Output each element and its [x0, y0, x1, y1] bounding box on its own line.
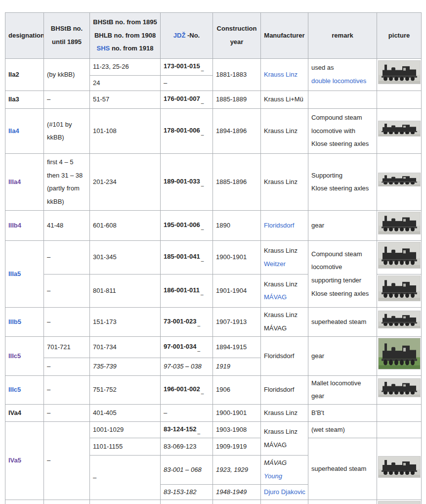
wiki-link[interactable]: IVa5: [8, 457, 21, 464]
cell-text: 51-57: [93, 95, 109, 103]
cell-line: Djuro Djakovic: [264, 486, 305, 499]
cell-line: Floridsdorf: [264, 383, 305, 397]
wiki-link[interactable]: MÁVAG: [264, 293, 287, 301]
locomotive-photo[interactable]: [378, 173, 421, 186]
cell-text: picture: [388, 32, 410, 39]
cell-text: _: [201, 66, 204, 71]
cell-construction-year: 1894-1915: [213, 337, 261, 358]
wiki-link[interactable]: IIIa4: [8, 178, 21, 185]
table-body: IIa2(by kkBB)11-23, 25-26173-001-015_188…: [5, 59, 422, 504]
locomotive-photo[interactable]: [378, 338, 421, 369]
cell-text: 1923, 1929: [216, 466, 248, 473]
cell-line: Manufacturer: [264, 29, 305, 43]
cell-text: locomotive with: [311, 127, 355, 135]
cell-text: 151-173: [93, 318, 117, 325]
cell-line: 97-035 – 038: [164, 360, 210, 373]
wiki-link[interactable]: IIIb4: [8, 222, 21, 229]
cell-text: superheated steam: [311, 318, 366, 325]
wiki-link[interactable]: IIIa5: [8, 270, 21, 277]
cell-line: BHStB no. from 1895: [93, 16, 157, 29]
cell-line: 735-739: [93, 360, 157, 373]
cell-text: Krauss Linz: [264, 280, 298, 288]
cell-line: 801-811: [93, 284, 157, 298]
cell-bhstb-until-1895: 701-721: [44, 337, 90, 358]
cell-designation: IIIb4: [5, 211, 44, 241]
wiki-link[interactable]: Djuro Djakovic: [264, 488, 305, 496]
cell-text: BHLB no. from 1908: [94, 32, 156, 39]
cell-line: Krauss Linz: [264, 407, 305, 420]
cell-manufacturer: Floridsdorf: [261, 337, 308, 376]
wiki-link[interactable]: JDŽ: [173, 32, 186, 39]
cell-construction-year: 1923, 1929: [213, 456, 261, 484]
cell-line: (#101 by: [47, 118, 86, 132]
cell-text: 173-001-015: [164, 62, 200, 70]
cell-line: 51-57: [93, 93, 157, 106]
locomotive-photo[interactable]: [378, 60, 421, 84]
wiki-link[interactable]: IIa4: [8, 127, 19, 135]
cell-text: –: [47, 363, 50, 370]
cell-bhstb-until-1895: 61: [44, 500, 90, 504]
cell-text: then 31 – 38: [47, 172, 83, 179]
cell-text: 1906: [216, 386, 230, 393]
cell-text: _: [201, 290, 204, 295]
cell-remark: superheated steam: [308, 308, 377, 337]
cell-line: gear: [311, 219, 374, 232]
wiki-link[interactable]: double locomotives: [311, 77, 366, 85]
wiki-link[interactable]: IIIc5: [8, 352, 21, 360]
table-row: IIa2(by kkBB)11-23, 25-26173-001-015_188…: [5, 59, 422, 76]
cell-line: IIIb4: [8, 219, 41, 232]
cell-bhstb-until-1895: –: [44, 404, 90, 421]
cell-text: 11-23, 25-26: [93, 63, 129, 70]
cell-text: Krauss Li+Mü: [264, 95, 303, 103]
wiki-link[interactable]: IIIc5: [8, 386, 21, 393]
table-row: IIa4(#101 bykkBB)101-108178-001-006_1894…: [5, 109, 422, 154]
cell-line: first 4 – 5: [47, 156, 86, 169]
cell-text: 189-001-033: [164, 178, 200, 185]
locomotive-photo[interactable]: [378, 378, 421, 397]
cell-text: designation: [8, 32, 44, 39]
cell-bhstb-from-1895: 401-405: [90, 404, 161, 421]
cell-text: 186-001-011: [164, 286, 200, 294]
cell-text: no. from 1918: [110, 45, 153, 52]
cell-text: supporting tender: [311, 276, 361, 284]
locomotive-photo[interactable]: [378, 311, 421, 328]
cell-line: MÁVAG: [264, 457, 305, 470]
cell-bhstb-until-1895: (#101 bykkBB): [44, 109, 90, 154]
wiki-link[interactable]: Krauss Linz: [264, 71, 298, 78]
cell-text: –: [47, 409, 50, 416]
wiki-link[interactable]: Young: [264, 472, 282, 480]
cell-text: 1885-1896: [216, 178, 247, 185]
cell-text: _: [201, 98, 204, 104]
cell-construction-year: 1900-1901: [213, 240, 261, 275]
wiki-link[interactable]: SHS: [97, 45, 110, 52]
table-row: IIIc5701-721701-73497-001-034_1894-1915F…: [5, 337, 422, 358]
cell-text: _: [198, 321, 201, 326]
locomotive-photo[interactable]: [378, 501, 421, 504]
header-cell-bhstb-until-1895-header: BHStB no.until 1895: [44, 13, 90, 59]
cell-manufacturer: Krauss Linz: [261, 404, 308, 421]
locomotive-photo[interactable]: [378, 121, 421, 137]
cell-text: –: [47, 318, 50, 325]
table-row: IIIb441-48601-608195-001-006_1890Florids…: [5, 211, 422, 241]
cell-text: Klose steering axles: [311, 184, 369, 192]
cell-line: 1001-1029: [93, 423, 157, 437]
cell-jdz-no: 97-035 – 038: [161, 358, 213, 375]
table-header: designationBHStB no.until 1895BHStB no. …: [5, 13, 422, 59]
cell-bhstb-from-1895: 301-345: [90, 240, 161, 275]
cell-line: 83-124-152_: [164, 423, 210, 437]
cell-manufacturer: Floridsdorf: [261, 375, 308, 404]
wiki-link[interactable]: IIIb5: [8, 318, 21, 325]
locomotive-photo[interactable]: [378, 456, 421, 478]
wiki-link[interactable]: Weitzer: [264, 260, 286, 268]
cell-text: –: [47, 457, 50, 464]
cell-designation: IIIb5: [5, 308, 44, 337]
locomotive-photo[interactable]: [378, 275, 421, 301]
locomotive-photo[interactable]: [378, 212, 421, 234]
cell-line: 186-001-011_: [164, 284, 210, 298]
cell-text: gear: [311, 392, 324, 400]
cell-line: Krauss Linz: [264, 244, 305, 258]
cell-line: 178-001-006_: [164, 124, 210, 138]
locomotive-photo[interactable]: [378, 242, 421, 269]
cell-line: IIIa5: [8, 268, 41, 281]
wiki-link[interactable]: Floridsdorf: [264, 222, 294, 229]
